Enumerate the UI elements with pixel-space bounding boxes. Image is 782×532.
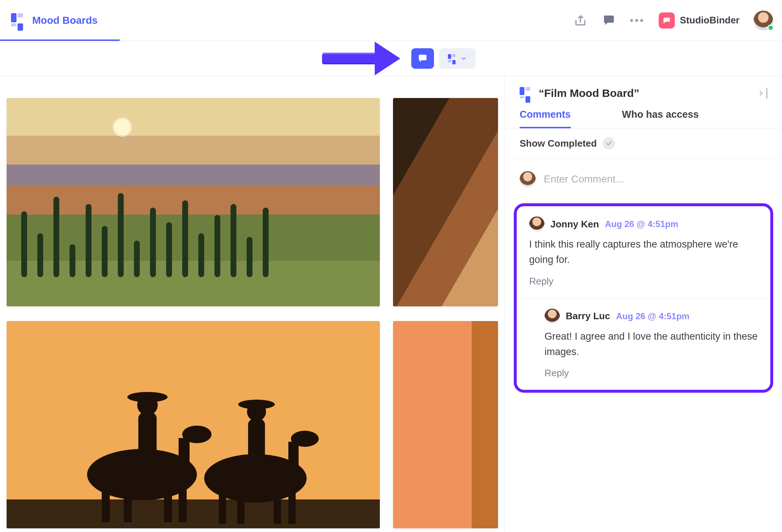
view-layout-button[interactable] [439,48,476,69]
svg-rect-2 [179,438,190,478]
chevron-down-icon [460,55,467,62]
brand-chip[interactable]: StudioBinder [659,12,740,29]
svg-rect-8 [138,412,157,460]
annotation-arrow [322,42,400,75]
tab-comments[interactable]: Comments [520,109,571,128]
svg-rect-16 [274,486,281,524]
comment-author-name: Jonny Ken [550,219,599,230]
mood-image-3[interactable] [7,321,380,528]
presence-indicator [767,24,774,31]
svg-point-20 [238,400,275,409]
svg-rect-6 [164,482,172,522]
more-menu-icon[interactable]: ••• [630,13,645,28]
comment-time: Aug 26 @ 4:51pm [605,219,678,229]
comment-input[interactable] [544,173,767,185]
view-switch-group [411,48,476,69]
share-icon[interactable] [573,13,588,28]
mood-image-2[interactable] [393,98,498,306]
comment-input-row [505,159,782,200]
svg-rect-0 [7,504,380,528]
svg-rect-14 [219,482,226,524]
svg-point-13 [291,431,319,447]
mood-image-4[interactable] [393,321,498,528]
mood-board-gallery [0,76,505,532]
top-bar-right: ••• StudioBinder [573,11,773,30]
top-bar-left: Mood Boards [11,0,98,41]
show-completed-toggle[interactable]: Show Completed [505,128,782,159]
comment-author-avatar [529,216,545,232]
svg-point-3 [182,426,212,443]
active-tab-underline [0,39,120,41]
layout-icon [448,54,457,63]
comment-item: Jonny Ken Aug 26 @ 4:51pm I think this r… [517,206,770,298]
comment-author-avatar [545,309,560,324]
comment-body: Great! I agree and I love the authentici… [545,329,758,360]
comments-highlight-box: Jonny Ken Aug 26 @ 4:51pm I think this r… [514,203,773,393]
brand-chip-label: StudioBinder [680,15,740,26]
svg-point-10 [127,392,168,402]
svg-rect-5 [124,482,132,522]
comment-author-name: Barry Luc [566,310,610,322]
side-panel-tabs: Comments Who has access [505,99,782,128]
show-completed-label: Show Completed [520,138,597,149]
svg-rect-7 [179,478,187,522]
secondary-bar [0,41,782,76]
current-user-avatar [520,171,536,187]
view-comments-button[interactable] [411,48,434,69]
comments-panel-icon[interactable] [602,13,616,28]
svg-rect-18 [248,419,265,463]
side-panel: “Film Mood Board” Comments Who has acces… [505,76,782,532]
reply-button[interactable]: Reply [529,276,758,287]
top-bar: Mood Boards ••• StudioBinder [0,0,782,41]
user-avatar[interactable] [753,11,773,30]
reply-button[interactable]: Reply [545,367,758,379]
chevron-right-icon [757,88,765,99]
side-panel-header: “Film Mood Board” [505,76,782,99]
check-icon [603,137,615,150]
tab-access[interactable]: Who has access [622,109,699,128]
mood-image-1[interactable] [7,98,380,306]
brand-chip-icon [659,12,675,29]
svg-rect-4 [102,478,110,522]
comment-time: Aug 26 @ 4:51pm [616,311,689,321]
comment-item: Barry Luc Aug 26 @ 4:51pm Great! I agree… [517,298,770,390]
svg-rect-15 [237,486,244,524]
main-area: “Film Mood Board” Comments Who has acces… [0,76,782,532]
collapse-panel-button[interactable] [757,88,767,99]
comment-body: I think this really captures the atmosph… [529,237,758,268]
page-title-link[interactable]: Mood Boards [32,15,98,26]
mood-boards-icon [11,13,26,28]
svg-rect-17 [288,482,296,524]
side-panel-title: “Film Mood Board” [539,87,639,99]
side-panel-board-icon [520,87,532,99]
svg-rect-12 [288,442,299,480]
